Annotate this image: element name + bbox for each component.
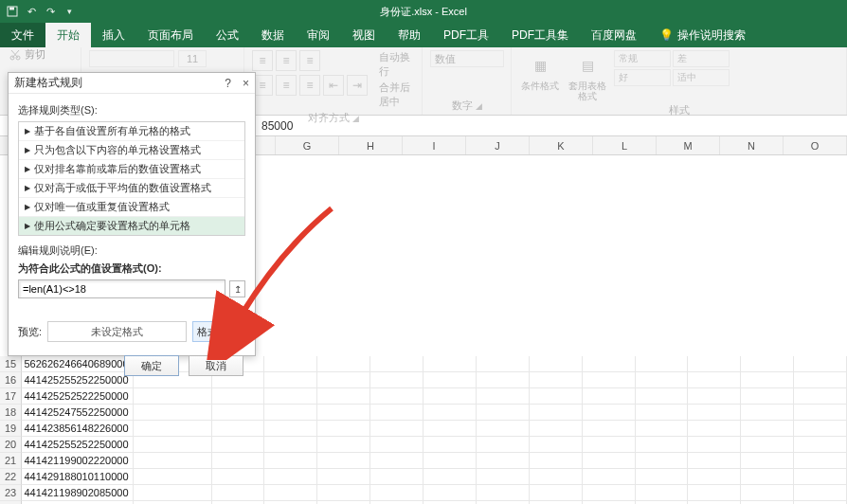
cell[interactable] [477,421,530,437]
tab-help[interactable]: 帮助 [387,23,432,47]
tab-formulas[interactable]: 公式 [205,23,250,47]
row-number[interactable]: 21 [0,453,22,469]
indent-inc-icon[interactable]: ⇥ [347,75,368,96]
rule-type-item[interactable]: ▶仅对排名靠前或靠后的数值设置格式 [19,160,244,179]
cell[interactable] [370,372,424,388]
cell[interactable] [264,421,317,437]
cell[interactable] [583,421,636,437]
row-number[interactable]: 19 [0,421,22,437]
tab-home[interactable]: 开始 [45,23,91,47]
cell[interactable] [264,388,317,405]
cell[interactable] [530,356,583,372]
cell[interactable] [264,356,317,372]
style-normal[interactable]: 常规 [614,50,671,67]
cell[interactable] [583,453,636,469]
tab-baidu[interactable]: 百度网盘 [580,23,648,47]
cell[interactable] [134,421,212,437]
cell[interactable] [134,388,212,405]
cell[interactable] [741,421,794,437]
cell[interactable]: 441421198902085000 [22,485,133,501]
cell[interactable] [688,405,741,421]
cell[interactable] [688,453,741,469]
cell[interactable]: 441423856148226000 [22,421,133,437]
style-neutral[interactable]: 适中 [673,69,730,86]
format-button[interactable]: 格式(F)... [192,321,245,342]
cell[interactable] [741,372,794,388]
cell[interactable] [583,356,636,372]
col-header-L[interactable]: L [593,136,657,154]
table-format-button[interactable]: ▤ 套用表格格式 [567,50,608,101]
tab-review[interactable]: 审阅 [296,23,341,47]
cell[interactable] [264,453,317,469]
cell[interactable] [636,437,689,453]
tab-insert[interactable]: 插入 [91,23,136,47]
col-header-G[interactable]: G [276,136,339,154]
rule-type-item[interactable]: ▶仅对高于或低于平均值的数值设置格式 [19,179,244,198]
row-number[interactable]: 22 [0,469,22,485]
number-format-combo[interactable]: 数值 [430,50,504,67]
tab-page-layout[interactable]: 页面布局 [136,23,205,47]
rule-type-item[interactable]: ▶基于各自值设置所有单元格的格式 [19,122,244,141]
font-size[interactable]: 11 [178,50,207,67]
cell[interactable] [212,421,265,437]
cell[interactable] [636,485,689,501]
cell[interactable] [370,453,424,469]
tab-view[interactable]: 视图 [341,23,387,47]
cell[interactable] [317,469,370,485]
cell[interactable]: 441429188010110000 [22,469,133,485]
cell[interactable] [424,421,477,437]
cell[interactable] [424,372,477,388]
cell[interactable] [794,469,847,485]
tab-pdftool[interactable]: PDF工具 [432,23,500,47]
cell[interactable] [741,405,794,421]
cell[interactable] [794,453,847,469]
cell[interactable] [477,388,530,405]
cell[interactable] [477,453,530,469]
cell[interactable] [583,437,636,453]
col-header-K[interactable]: K [530,136,593,154]
cell[interactable] [317,421,370,437]
cell[interactable] [134,469,212,485]
cell[interactable] [794,372,847,388]
row-number[interactable]: 20 [0,437,22,453]
tab-file[interactable]: 文件 [0,23,45,47]
cell[interactable] [477,437,530,453]
dialog-close-icon[interactable]: × [243,77,249,90]
cell[interactable] [688,388,741,405]
save-icon[interactable] [6,5,19,18]
cell[interactable] [583,405,636,421]
cell[interactable] [636,421,689,437]
cell[interactable] [424,437,477,453]
cell[interactable] [370,388,424,405]
cell[interactable] [317,437,370,453]
cell[interactable] [530,372,583,388]
cell[interactable] [530,469,583,485]
cell[interactable] [212,485,265,501]
style-good[interactable]: 好 [614,69,671,86]
cell[interactable] [741,485,794,501]
cell[interactable] [212,453,265,469]
cell[interactable] [134,437,212,453]
cell[interactable] [477,485,530,501]
cell[interactable] [370,421,424,437]
ok-button[interactable]: 确定 [124,355,179,376]
conditional-format-button[interactable]: ▦ 条件格式 [519,50,561,91]
cell[interactable] [212,437,265,453]
cell[interactable] [477,405,530,421]
cell[interactable] [794,485,847,501]
cell[interactable] [688,356,741,372]
tab-tellme[interactable]: 💡 操作说明搜索 [648,23,757,47]
col-header-H[interactable]: H [339,136,403,154]
cell[interactable] [688,437,741,453]
cell[interactable] [370,469,424,485]
cell[interactable] [530,453,583,469]
align-right-icon[interactable]: ≡ [299,75,320,96]
cell[interactable] [317,388,370,405]
cell[interactable] [583,469,636,485]
cell[interactable] [741,437,794,453]
cell[interactable] [477,356,530,372]
cell[interactable] [794,405,847,421]
tab-data[interactable]: 数据 [250,23,296,47]
dialog-help-icon[interactable]: ? [225,77,231,90]
cell[interactable] [317,485,370,501]
